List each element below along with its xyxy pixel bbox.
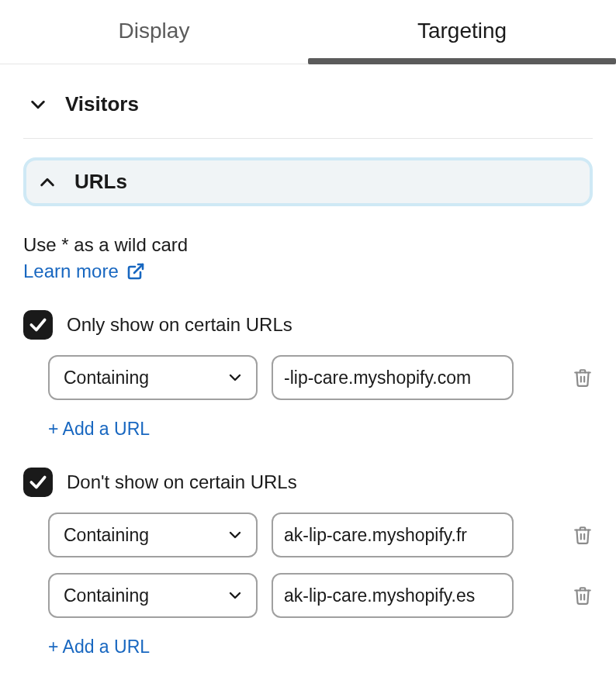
- dont-show-group: Don't show on certain URLs Containing: [23, 468, 593, 657]
- rule-operator-value: Containing: [64, 585, 149, 606]
- rule-operator-select[interactable]: Containing: [48, 513, 258, 557]
- chevron-down-icon: [228, 528, 242, 542]
- rule-operator-value: Containing: [64, 525, 149, 546]
- rule-operator-value: Containing: [64, 368, 149, 388]
- section-header-visitors[interactable]: Visitors: [23, 85, 593, 138]
- only-show-label: Only show on certain URLs: [67, 314, 292, 336]
- tabs: Display Targeting: [0, 0, 616, 64]
- dont-show-checkbox[interactable]: [23, 468, 53, 497]
- only-show-checkbox[interactable]: [23, 310, 53, 340]
- rule-url-input[interactable]: [272, 513, 514, 557]
- rule-row: Containing: [48, 513, 593, 557]
- tab-underline: [308, 58, 616, 64]
- chevron-down-icon: [228, 371, 242, 385]
- chevron-down-icon: [29, 96, 47, 113]
- separator: [23, 138, 593, 139]
- urls-title: URLs: [74, 170, 127, 194]
- rule-operator-select[interactable]: Containing: [48, 573, 258, 618]
- learn-more-label: Learn more: [23, 261, 119, 282]
- add-url-button[interactable]: + Add a URL: [48, 419, 150, 440]
- only-show-group: Only show on certain URLs Containing: [23, 310, 593, 440]
- tab-display[interactable]: Display: [0, 0, 308, 64]
- delete-rule-button[interactable]: [573, 585, 593, 606]
- external-link-icon: [126, 262, 145, 281]
- chevron-down-icon: [228, 588, 242, 602]
- chevron-up-icon: [39, 174, 56, 191]
- delete-rule-button[interactable]: [573, 367, 593, 388]
- tab-targeting[interactable]: Targeting: [308, 0, 616, 64]
- tab-targeting-label: Targeting: [417, 19, 507, 43]
- rule-row: Containing: [48, 355, 593, 400]
- dont-show-label: Don't show on certain URLs: [67, 471, 297, 493]
- help-text: Use * as a wild card: [23, 234, 593, 256]
- delete-rule-button[interactable]: [573, 524, 593, 546]
- section-header-urls[interactable]: URLs: [23, 157, 593, 206]
- rule-url-input[interactable]: [272, 573, 514, 618]
- rule-operator-select[interactable]: Containing: [48, 355, 258, 400]
- learn-more-link[interactable]: Learn more: [23, 261, 145, 282]
- add-url-button[interactable]: + Add a URL: [48, 637, 150, 657]
- svg-line-0: [134, 264, 143, 273]
- rule-row: Containing: [48, 573, 593, 618]
- visitors-title: Visitors: [65, 92, 139, 116]
- rule-url-input[interactable]: [272, 355, 514, 400]
- tab-display-label: Display: [119, 19, 190, 43]
